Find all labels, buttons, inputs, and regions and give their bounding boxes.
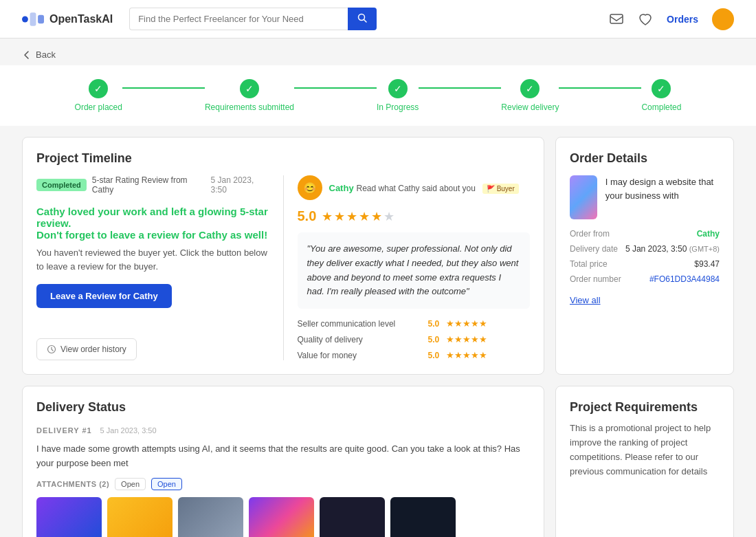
rating-number: 5.0 — [298, 208, 317, 224]
top-row: Project Timeline Completed 5-star Rating… — [22, 137, 734, 375]
view-order-history-button[interactable]: View order history — [36, 338, 137, 360]
heading-rest: loved your work and left a glowing 5-sta… — [36, 206, 268, 229]
delivery-message: I have made some growth attempts using A… — [36, 442, 530, 471]
reviewer-row: 😊 Cathy Read what Cathy said about you 🚩… — [298, 175, 531, 200]
message-icon[interactable] — [609, 12, 624, 27]
project-requirements-text: This is a promotional project to help im… — [570, 421, 720, 479]
buyer-badge: 🚩 Buyer — [482, 184, 519, 194]
attachment-4[interactable] — [249, 497, 314, 537]
heart-icon[interactable] — [638, 12, 653, 27]
sub-stars-3: ★★★★★ — [446, 350, 487, 360]
timeline-right: 😊 Cathy Read what Cathy said about you 🚩… — [284, 175, 531, 360]
step-label-1: Order placed — [75, 102, 122, 112]
delivery-date: 5 Jan 2023, 3:50 — [100, 426, 157, 435]
step-circle-5: ✓ — [652, 79, 671, 98]
attachment-3[interactable] — [178, 497, 243, 537]
timeline-inner: Completed 5-star Rating Review from Cath… — [36, 175, 530, 360]
attachment-5[interactable] — [320, 497, 385, 537]
attachment-6[interactable] — [390, 497, 456, 537]
sub-rating-value-2: 5.0 — [428, 335, 440, 344]
total-price-value: $93.47 — [694, 259, 720, 269]
sub-rating-quality: Quality of delivery 5.0 ★★★★★ — [298, 334, 531, 344]
review-badge-text: 5-star Rating Review from Cathy — [92, 175, 205, 195]
order-number-row: Order number #FO61DD3A44984 — [570, 274, 720, 284]
sub-rating-value-1: 5.0 — [428, 319, 440, 329]
attachment-1[interactable]: 12ja...329.png — [36, 497, 102, 537]
reviewer-said: Read what Cathy said about you — [357, 184, 476, 193]
step-label-5: Completed — [641, 102, 681, 112]
review-text: "You are awesome, super professional. No… — [298, 232, 531, 309]
sub-rating-label-1: Seller communication level — [298, 319, 421, 329]
order-from-label: Order from — [570, 229, 610, 239]
step-circle-1: ✓ — [89, 79, 108, 98]
logo[interactable]: OpenTaskAI — [22, 12, 113, 26]
main-content: Project Timeline Completed 5-star Rating… — [0, 126, 756, 537]
sub-rating-communication: Seller communication level 5.0 ★★★★★ — [298, 318, 531, 329]
search-button[interactable] — [348, 8, 377, 30]
project-requirements-title: Project Requirements — [570, 400, 720, 415]
order-meta: Order from Cathy Delivery date 5 Jan 202… — [570, 229, 720, 305]
order-from-value[interactable]: Cathy — [697, 229, 720, 239]
review-badge-date: 5 Jan 2023, 3:50 — [211, 175, 269, 195]
delivery-number: DELIVERY #1 — [36, 426, 92, 435]
svg-rect-5 — [610, 14, 623, 23]
orders-link[interactable]: Orders — [667, 14, 698, 25]
svg-rect-1 — [30, 12, 36, 26]
order-description: I may design a website that your busines… — [605, 175, 720, 219]
search-icon — [357, 13, 367, 23]
reviewer-name: Cathy — [329, 183, 354, 193]
step-line-4 — [559, 87, 641, 89]
step-in-progress: ✓ In Progress — [377, 79, 419, 112]
svg-rect-2 — [38, 14, 44, 23]
sub-ratings: Seller communication level 5.0 ★★★★★ Qua… — [298, 318, 531, 360]
open-active-button[interactable]: Open — [151, 478, 182, 490]
leave-review-button[interactable]: Leave a Review for Cathy — [36, 284, 172, 308]
open-button[interactable]: Open — [115, 478, 146, 490]
back-link[interactable]: Back — [0, 39, 756, 65]
attachments-label: ATTACHMENTS (2) — [36, 480, 109, 488]
delivery-date-value: 5 Jan 2023, 3:50 (GMT+8) — [625, 244, 720, 254]
view-all-link[interactable]: View all — [570, 295, 720, 305]
step-line-2 — [294, 87, 377, 89]
attachment-2[interactable] — [107, 497, 173, 537]
history-icon — [47, 344, 56, 354]
order-details-card: Order Details I may design a website tha… — [555, 137, 734, 375]
step-completed: ✓ Completed — [641, 79, 681, 112]
user-avatar[interactable] — [712, 8, 734, 30]
delivery-status-title: Delivery Status — [36, 400, 530, 415]
svg-rect-0 — [22, 16, 28, 22]
total-price-row: Total price $93.47 — [570, 259, 720, 269]
step-order-placed: ✓ Order placed — [75, 79, 122, 112]
back-label: Back — [36, 50, 56, 60]
step-circle-3: ✓ — [388, 79, 408, 98]
logo-icon — [22, 12, 44, 26]
rating-stars: ★★★★★★ — [322, 209, 396, 224]
sub-rating-label-2: Quality of delivery — [298, 335, 421, 344]
project-timeline-title: Project Timeline — [36, 151, 530, 166]
bottom-row: Delivery Status DELIVERY #1 5 Jan 2023, … — [22, 386, 734, 537]
cathy-name-highlight: Cathy — [36, 206, 65, 217]
sub-stars-1: ★★★★★ — [446, 318, 487, 329]
search-input[interactable] — [129, 8, 348, 30]
view-order-history-label: View order history — [60, 344, 126, 354]
attachments-row: ATTACHMENTS (2) Open Open — [36, 478, 530, 490]
review-sub-text: You haven't reviewed the buyer yet. Clic… — [36, 246, 269, 273]
delivery-date-label: Delivery date — [570, 244, 618, 254]
step-circle-2: ✓ — [240, 79, 259, 98]
delivery-date-row: Delivery date 5 Jan 2023, 3:50 (GMT+8) — [570, 244, 720, 254]
badge-row: Completed 5-star Rating Review from Cath… — [36, 175, 269, 195]
delivery-status-card: Delivery Status DELIVERY #1 5 Jan 2023, … — [22, 386, 544, 537]
sub-rating-label-3: Value for money — [298, 351, 421, 360]
attachments-grid: 12ja...329.png — [36, 497, 530, 537]
step-label-3: In Progress — [377, 102, 419, 112]
delivery-header: DELIVERY #1 5 Jan 2023, 3:50 — [36, 424, 530, 435]
sub-stars-2: ★★★★★ — [446, 334, 487, 344]
logo-text: OpenTaskAI — [49, 13, 113, 25]
step-review-delivery: ✓ Review delivery — [501, 79, 559, 112]
rating-row: 5.0 ★★★★★★ — [298, 208, 531, 224]
reviewer-info: Cathy Read what Cathy said about you 🚩 B… — [329, 182, 519, 193]
step-circle-4: ✓ — [520, 79, 540, 98]
order-number-label: Order number — [570, 274, 621, 284]
progress-bar: ✓ Order placed ✓ Requirements submitted … — [0, 65, 756, 126]
svg-line-4 — [364, 20, 367, 23]
